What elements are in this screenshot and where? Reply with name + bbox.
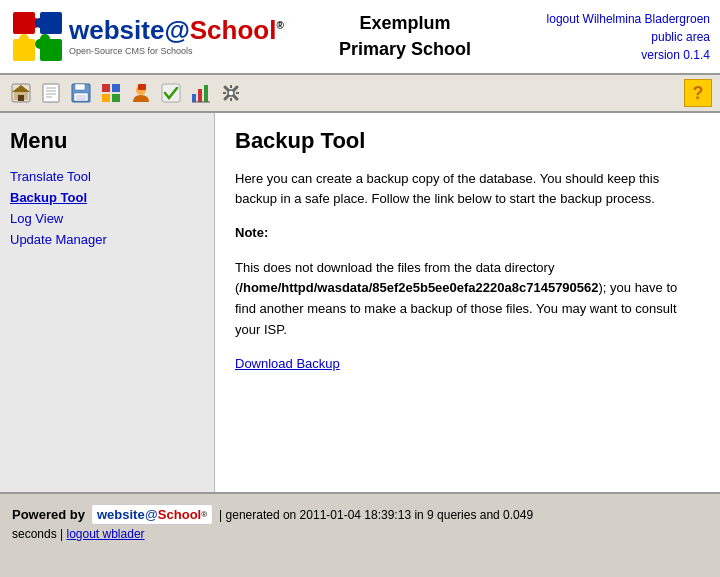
note-text: This does not download the files from th…	[235, 258, 700, 341]
main-content: Menu Translate Tool Backup Tool Log View…	[0, 113, 720, 493]
site-name: Exemplum	[300, 11, 510, 36]
site-subtitle: Primary School	[300, 37, 510, 62]
svg-rect-25	[112, 94, 120, 102]
statistics-icon[interactable]	[188, 80, 214, 106]
footer-generated: | generated on 2011-01-04 18:39:13 in 9 …	[219, 508, 533, 522]
footer-seconds: seconds |	[12, 527, 63, 541]
intro-text: Here you can create a backup copy of the…	[235, 169, 700, 208]
backup-tool-link[interactable]: Backup Tool	[10, 190, 87, 205]
svg-point-8	[40, 34, 50, 44]
help-label: ?	[693, 83, 704, 104]
note-label: Note:	[235, 223, 700, 243]
content-area: Backup Tool Here you can create a backup…	[215, 113, 720, 492]
svg-rect-23	[112, 84, 120, 92]
footer: Powered by website @ School ® | generate…	[0, 493, 720, 551]
sidebar-item-translate: Translate Tool	[10, 169, 204, 184]
toolbar-left	[8, 80, 244, 106]
help-icon[interactable]: ?	[684, 79, 712, 107]
svg-point-5	[19, 34, 29, 44]
footer-logo: website @ School ®	[91, 504, 213, 525]
svg-rect-21	[76, 95, 86, 100]
svg-rect-12	[18, 95, 24, 101]
logo-website: website	[69, 15, 164, 45]
svg-rect-19	[75, 84, 85, 90]
logo-at: @	[164, 15, 189, 45]
sidebar-item-logview: Log View	[10, 211, 204, 226]
sidebar: Menu Translate Tool Backup Tool Log View…	[0, 113, 215, 492]
footer-bottom: seconds | logout wblader	[12, 527, 708, 541]
svg-rect-24	[102, 94, 110, 102]
logo-tagline: Open-Source CMS for Schools	[69, 47, 284, 57]
toolbar: ?	[0, 75, 720, 113]
note-path: /home/httpd/wasdata/85ef2e5b5ee0efa2220a…	[239, 280, 598, 295]
log-view-link[interactable]: Log View	[10, 211, 63, 226]
logo-area: website@School® Open-Source CMS for Scho…	[10, 9, 300, 64]
update-manager-link[interactable]: Update Manager	[10, 232, 107, 247]
svg-point-35	[228, 90, 234, 96]
logo-school: School	[190, 15, 277, 45]
sidebar-heading: Menu	[10, 128, 204, 154]
sidebar-item-backup: Backup Tool	[10, 190, 204, 205]
svg-rect-30	[198, 89, 202, 102]
save-icon[interactable]	[68, 80, 94, 106]
note-section: Note: This does not download the files f…	[235, 223, 700, 341]
footer-logo-at: @	[145, 507, 158, 522]
footer-logout-link[interactable]: logout wblader	[67, 527, 145, 541]
tools-icon[interactable]	[218, 80, 244, 106]
home-icon[interactable]	[8, 80, 34, 106]
footer-top: Powered by website @ School ® | generate…	[12, 504, 708, 525]
svg-rect-22	[102, 84, 110, 92]
version-text: version 0.1.4	[510, 46, 710, 64]
footer-logo-website: website	[97, 507, 145, 522]
svg-point-3	[35, 18, 45, 28]
logout-text: logout Wilhelmina Bladergroen	[510, 10, 710, 28]
modules-icon[interactable]	[158, 80, 184, 106]
page-header: website@School® Open-Source CMS for Scho…	[0, 0, 720, 75]
area-text: public area	[510, 28, 710, 46]
sections-icon[interactable]	[98, 80, 124, 106]
footer-logo-school: School	[158, 507, 201, 522]
logo-puzzle-icon	[10, 9, 65, 64]
translate-tool-link[interactable]: Translate Tool	[10, 169, 91, 184]
logo-registered: ®	[276, 21, 283, 32]
page-title: Backup Tool	[235, 128, 700, 154]
svg-rect-13	[43, 84, 59, 102]
svg-rect-29	[192, 94, 196, 102]
sidebar-menu: Translate Tool Backup Tool Log View Upda…	[10, 169, 204, 247]
svg-rect-27	[138, 84, 146, 90]
site-title: Exemplum Primary School	[300, 11, 510, 61]
logout-area: logout Wilhelmina Bladergroen public are…	[510, 10, 710, 64]
powered-by-label: Powered by	[12, 507, 85, 522]
footer-logo-reg: ®	[201, 510, 207, 519]
svg-rect-31	[204, 85, 208, 102]
users-icon[interactable]	[128, 80, 154, 106]
sidebar-item-update: Update Manager	[10, 232, 204, 247]
pages-icon[interactable]	[38, 80, 64, 106]
download-backup-link[interactable]: Download Backup	[235, 356, 340, 371]
